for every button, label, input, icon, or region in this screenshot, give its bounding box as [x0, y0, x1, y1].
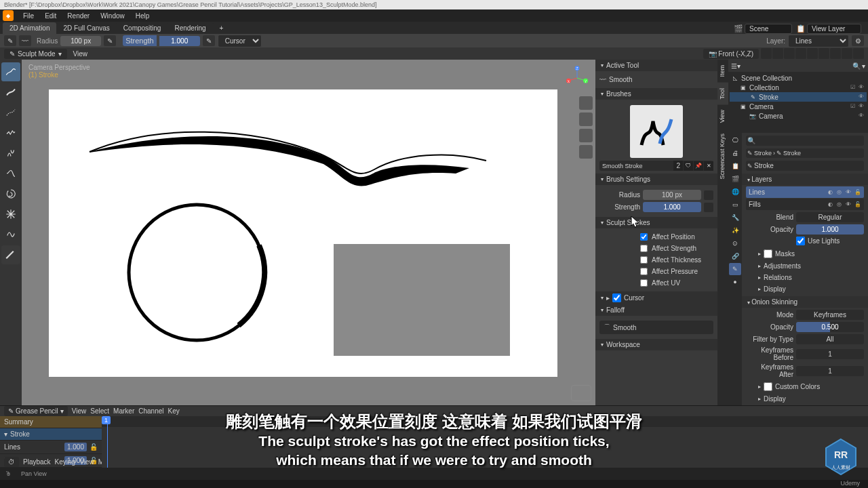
smooth-tool[interactable]	[1, 62, 20, 81]
custom-colors-checkbox[interactable]	[764, 382, 772, 391]
playhead[interactable]	[107, 416, 108, 468]
affect-uv-checkbox[interactable]	[640, 279, 648, 287]
adjustments-subpanel[interactable]: Adjustments	[746, 260, 864, 272]
dopesheet-menu-select[interactable]: Select	[90, 407, 109, 415]
axis-gizmo[interactable]: Z X Y	[563, 64, 591, 92]
ptab-viewlayer-icon[interactable]: 📋	[729, 160, 741, 172]
layer-item[interactable]: Fills◐◎👁🔓	[746, 199, 864, 210]
viewlayer-selector[interactable]: 📋	[796, 24, 861, 34]
shading-solid-icon[interactable]	[818, 48, 829, 59]
tl-menu-view[interactable]: View	[79, 458, 94, 466]
sculpt-strokes-header[interactable]: Sculpt Strokes	[595, 217, 717, 228]
shading-matprev-icon[interactable]	[830, 48, 841, 59]
lock-icon[interactable]: 🔓	[854, 201, 861, 207]
strength-input[interactable]	[159, 36, 200, 46]
perspective-icon[interactable]	[579, 145, 593, 159]
grab-tool[interactable]	[1, 144, 20, 163]
radius-setting-value[interactable]: 100 px	[643, 190, 701, 200]
dopesheet-type-select[interactable]: ✎Grease Pencil▾	[4, 406, 68, 416]
eye-icon[interactable]: 👁	[859, 84, 865, 91]
vtab-screencast[interactable]: Screencast Keys	[717, 128, 728, 185]
radius-pressure-icon[interactable]: ✎	[104, 35, 116, 46]
eye-icon[interactable]: 👁	[859, 113, 865, 119]
datablock-name-input[interactable]	[754, 162, 863, 169]
mode-select[interactable]: ✎ Sculpt Mode ▾	[4, 49, 67, 59]
move-view-icon[interactable]	[579, 113, 593, 126]
ptab-output-icon[interactable]: 🖨	[729, 147, 741, 159]
mask-icon[interactable]: ◐	[828, 201, 835, 207]
tree-row[interactable]: ▣Camera☑👁	[730, 102, 867, 111]
strength-pen-icon[interactable]	[704, 203, 713, 212]
custom-colors-subpanel[interactable]: Custom Colors	[746, 380, 864, 393]
eye-icon[interactable]: 👁	[846, 201, 852, 207]
brush-settings-header[interactable]: Brush Settings	[595, 174, 717, 185]
outliner-filter-icon[interactable]: 🔍	[852, 62, 861, 70]
overlay-toggle-3[interactable]	[784, 48, 795, 59]
header-view[interactable]: View	[69, 49, 92, 59]
frame-ruler[interactable]	[102, 416, 868, 427]
dopesheet-menu-view[interactable]: View	[72, 407, 87, 415]
editor-type-icon[interactable]: ✎	[4, 35, 16, 46]
zoom-icon[interactable]	[579, 96, 593, 110]
tab-rendering[interactable]: Rendering	[167, 22, 212, 34]
vtab-view[interactable]: View	[717, 104, 728, 128]
fake-user-icon[interactable]: 🛡	[684, 161, 693, 171]
active-tool-header[interactable]: Active Tool	[595, 60, 717, 71]
menu-file[interactable]: File	[18, 11, 39, 21]
tree-row[interactable]: 📷Camera👁	[730, 111, 867, 121]
blender-logo-icon[interactable]: ◆	[3, 10, 14, 21]
eye-icon[interactable]: 👁	[859, 103, 865, 110]
tl-menu-playback[interactable]: Playback	[23, 458, 51, 466]
clone-tool[interactable]	[1, 225, 20, 244]
restrict-toggle-icon[interactable]: ☑	[850, 84, 857, 91]
vtab-item[interactable]: Item	[717, 60, 728, 83]
dopesheet-menu-marker[interactable]: Marker	[113, 407, 134, 415]
viewlayer-name-input[interactable]	[807, 24, 861, 34]
menu-window[interactable]: Window	[95, 11, 130, 21]
scene-selector[interactable]: 🎬	[734, 24, 792, 34]
relations-subpanel[interactable]: Relations	[746, 272, 864, 283]
menu-help[interactable]: Help	[130, 11, 155, 21]
layer-opacity-field[interactable]: 1.000	[796, 224, 864, 235]
eye-icon[interactable]: 👁	[846, 189, 852, 195]
brush-preview-icon[interactable]: 〰	[19, 35, 31, 46]
brush-unlink-icon[interactable]: ✕	[704, 161, 713, 171]
tab-add[interactable]: +	[213, 22, 231, 34]
ptab-scene-icon[interactable]: 🎬	[729, 173, 741, 185]
ptab-effects-icon[interactable]: ✨	[729, 224, 741, 237]
lock-icon[interactable]: 🔓	[90, 443, 98, 451]
camera-view-icon[interactable]	[579, 129, 593, 142]
push-tool[interactable]	[1, 164, 20, 183]
tree-row[interactable]: ▣Collection☑👁	[730, 83, 867, 92]
strength-pressure-icon[interactable]: ✎	[203, 35, 215, 46]
chevron-down-icon[interactable]: ▾	[4, 430, 7, 438]
twist-tool[interactable]	[1, 184, 20, 203]
dopesheet-tracks[interactable]	[102, 416, 868, 468]
ptab-render-icon[interactable]: 🖵	[729, 134, 741, 146]
ptab-object-icon[interactable]: ▭	[729, 199, 741, 211]
outliner-new-icon[interactable]: ▾	[862, 62, 865, 70]
falloff-curve-select[interactable]: ⌒Smooth	[599, 321, 713, 334]
overlay-toggle-4[interactable]	[795, 48, 806, 59]
header-opt-icon[interactable]: ⚙	[852, 35, 864, 46]
overlay-toggle-2[interactable]	[772, 48, 783, 59]
onion-mode-select[interactable]: Keyframes	[796, 310, 864, 320]
masks-subpanel[interactable]: Masks	[746, 247, 864, 260]
layer-select[interactable]: Lines	[788, 35, 849, 47]
menu-render[interactable]: Render	[62, 11, 95, 21]
vtab-tool[interactable]: Tool	[717, 83, 728, 105]
channel-row[interactable]: Lines1.000🔓	[0, 441, 102, 454]
pinch-tool[interactable]	[1, 205, 20, 224]
viewport[interactable]: Camera Perspective (1) Stroke Z X Y	[22, 60, 595, 405]
onion-opacity-field[interactable]: 0.500	[796, 322, 864, 332]
tl-menu-keying[interactable]: Keying	[55, 458, 76, 466]
timeline-editor-icon[interactable]: ⏱	[4, 457, 19, 467]
dopesheet-menu-key[interactable]: Key	[168, 407, 180, 415]
restrict-toggle-icon[interactable]: ☑	[850, 103, 857, 110]
ptab-material-icon[interactable]: ●	[729, 276, 741, 288]
tab-2d-animation[interactable]: 2D Animation	[3, 22, 56, 34]
eye-icon[interactable]: 👁	[859, 94, 865, 100]
onion-icon[interactable]: ◎	[837, 189, 844, 195]
tab-2d-full-canvas[interactable]: 2D Full Canvas	[56, 22, 116, 34]
display-subpanel[interactable]: Display	[746, 283, 864, 295]
